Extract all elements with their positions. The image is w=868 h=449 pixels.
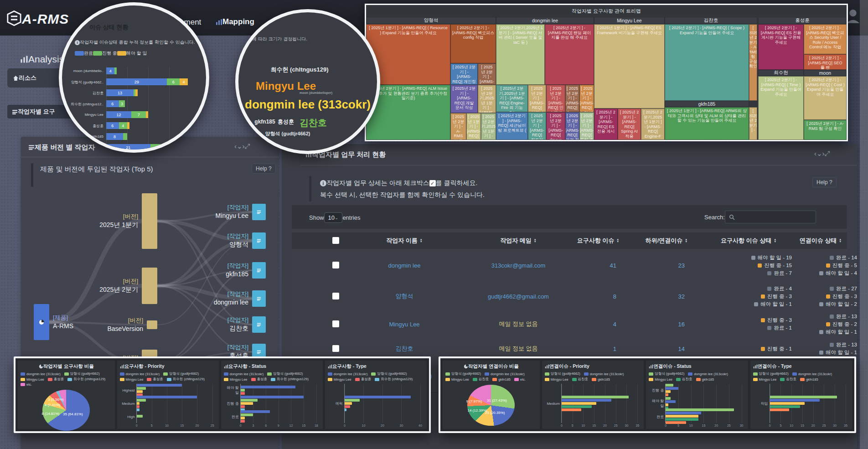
worker-name-cell[interactable]: 양형석 bbox=[359, 282, 450, 311]
treemap-cell[interactable]: [ 2025년 2분기 ] - [ARMS-REQ] 개발 문서 작성 bbox=[450, 85, 478, 113]
version-name: 2025년 1분기 bbox=[99, 221, 138, 228]
column-header[interactable]: 연결이슈 상태▲▼ bbox=[784, 237, 857, 245]
treemap-cell[interactable]: [ 2025년 2분기 ] - [ARMS-REQ] 인스펙션 팀장님들께 시연 bbox=[546, 85, 565, 112]
treemap-cell[interactable]: [ 2025년 2분기 ] - [ARMS-REQ] ES 전용 게시판 기능을… bbox=[758, 24, 804, 70]
worker-tag: [작업자] bbox=[227, 316, 248, 323]
help-button[interactable]: Help ? bbox=[812, 177, 837, 187]
legend-label: 김찬호 bbox=[682, 377, 692, 382]
bar bbox=[137, 405, 140, 408]
treemap-cell[interactable]: [ 2025년 2분기,2025년 1분기 ] - [ARMS-REQ] Eng… bbox=[496, 85, 528, 112]
scrollbar-strip[interactable] bbox=[860, 0, 868, 449]
bar bbox=[770, 396, 837, 398]
treemap-cell[interactable]: [ 2025년 2분기 ] - [ARMS-REQ] ( Cost ) Expa… bbox=[804, 76, 847, 120]
worker-tag: [작업자] bbox=[227, 344, 248, 351]
pie-icon bbox=[39, 364, 43, 369]
expand-icon[interactable]: ⤢ bbox=[825, 150, 830, 159]
gridline bbox=[813, 384, 814, 423]
worker-name-cell[interactable]: dongmin lee bbox=[359, 249, 450, 282]
worker-name-cell[interactable]: Mingyu Lee bbox=[359, 311, 450, 337]
treemap-group-name: 홍성훈 bbox=[795, 17, 810, 24]
pie-shape bbox=[467, 385, 515, 426]
legend-item: Mingyu Lee bbox=[328, 377, 351, 382]
treemap-cell[interactable]: [ 2025년 1분기 ] - [ARMS-REQ] ARMS의 상태와 고객사… bbox=[665, 107, 749, 140]
column-header[interactable]: 요구사항 이슈 상태▲▼ bbox=[705, 237, 792, 245]
treemap-cell[interactable]: [ 2025년 2분기 ] - [ARMS-REQ] SEO 를 랜 bbox=[804, 54, 847, 70]
sort-icon[interactable]: ▲▼ bbox=[616, 238, 619, 243]
legend-label: 완료 bbox=[84, 50, 93, 57]
collapse-icon[interactable]: ⌄ bbox=[237, 142, 243, 151]
sort-icon[interactable]: ▲▼ bbox=[534, 238, 537, 243]
sort-icon[interactable]: ▲▼ bbox=[839, 238, 842, 243]
treemap-cell[interactable]: [ 2025년 1분기 ] - [ARMS-REQ] 백오피스 Security bbox=[466, 113, 481, 140]
treemap-cell[interactable]: [ 2025년 2분기,2025년 1분기 ] - [ARMS-REQ] Eng… bbox=[641, 108, 665, 140]
row-checkbox[interactable] bbox=[332, 293, 339, 299]
req-issue-count: 8 bbox=[613, 293, 616, 300]
treemap-cell[interactable]: [ 2025년 2분기,2025년 1분기 ] - [ARMS-REQ] 데이 bbox=[481, 113, 496, 140]
treemap-cell[interactable]: [ 2025년 2분기,2025년 1분기 ] - [ARMS-REQ] 서버 … bbox=[496, 24, 545, 85]
treemap-cell[interactable]: [ 2025년 1분기 ] - [ARMS-REQ] ES Framework … bbox=[594, 24, 665, 108]
treemap-cell[interactable]: [ 2025년 2분기 ] - A-RMS 팀 구성 확인 bbox=[749, 24, 757, 101]
treemap-cell[interactable]: [ 2025년 2분기 ] - [ARMS-REQ] 랜딩 페이지를 완성 해 … bbox=[545, 24, 594, 85]
bar-segment bbox=[135, 89, 138, 96]
worker-email-cell: 313cokr@gmail.com bbox=[464, 249, 573, 282]
treemap-cell[interactable]: [ 2025년 2분기 ] - [ARMS-REQ] ( Scope ) Exp… bbox=[665, 24, 749, 101]
done-status-icon bbox=[830, 287, 834, 291]
version-tag: [버전] bbox=[123, 213, 138, 220]
treemap-cell[interactable]: [ 2025년 2분기 ] - [ARMS-REQ] dmove 2차 bbox=[565, 85, 579, 112]
treemap-cell[interactable]: [ 2025년 2분기 ] - [ARMS-REQ] A-RMS 와 A-DOC… bbox=[579, 85, 594, 112]
info-icon: i bbox=[75, 40, 80, 45]
treemap-cell[interactable]: [ 2025년 2분기 ] - [ARMS-REQ] 특허 출원 bbox=[579, 112, 594, 140]
row-checkbox[interactable] bbox=[332, 345, 339, 352]
treemap-cell[interactable]: [ 2025년 2분기 ] - [ARMS-REQ] dmove 1차 컨퍼런스… bbox=[546, 112, 565, 140]
axis-tick: 30 bbox=[625, 424, 629, 427]
treemap-cell[interactable]: [ 2025년 2분기 ] - [ARMS-REQ] 컨트리뷰트 2025 Op… bbox=[528, 112, 546, 140]
expand-icon[interactable]: ⤢ bbox=[245, 142, 250, 151]
treemap-cell[interactable]: [ 2025년 2분기 ] - [ARMS-REQ] Spring AI 적용 bbox=[618, 108, 641, 140]
pie-chart: 35 (64.81%)8 (14.81%)4 (7.41%)3 (5.56%) bbox=[42, 388, 90, 432]
row-checkbox[interactable] bbox=[332, 262, 339, 268]
row-checkbox[interactable] bbox=[332, 320, 339, 327]
pie-label: 14 (12.39%) bbox=[467, 408, 487, 412]
collapse-icon[interactable]: ⌄ bbox=[816, 150, 822, 159]
table-toolbar: Show10⌄entriesSearch: bbox=[292, 205, 847, 229]
column-header[interactable]: 하위/연결이슈▲▼ bbox=[637, 237, 696, 245]
treemap-cell-label: [ 2025년 2분기 ] - [ARMS-REQ] ( Cost ) Expa… bbox=[806, 77, 845, 97]
select-all-checkbox[interactable] bbox=[332, 237, 339, 244]
treemap-cell[interactable]: [ 2025년 2분기 ] - A-RMS 팀 구성 확인 bbox=[804, 120, 847, 140]
treemap-cell[interactable]: [ 2025년 2분기 ] - [ARMS-REQ] ( Time ) Expa… bbox=[758, 76, 804, 140]
bar bbox=[666, 384, 673, 387]
treemap-cell[interactable]: [ 2025년 2분기 ] - bbox=[749, 107, 757, 140]
help-button[interactable]: Help ? bbox=[252, 164, 276, 174]
treemap-cell[interactable]: [ 2025년 2분기 ] - [ARMS-REQ] 백오피스 System 작 bbox=[478, 63, 496, 85]
legend-chip bbox=[93, 51, 102, 56]
treemap-cell-label: [ 2025년 2분기 ] - bbox=[749, 108, 757, 133]
page-size-select[interactable]: 10⌄ bbox=[324, 212, 343, 223]
worker-node bbox=[252, 204, 266, 220]
status-label: 완료 - 13 bbox=[836, 313, 857, 320]
treemap-cell[interactable]: [ 2025년 2분기,2025년 1분기 ] - [ARMS-REQ] Eng… bbox=[478, 85, 496, 113]
treemap-cell[interactable]: [ 2025년 2분기 ] - [ARMS-REQ] 백오피스 config 작… bbox=[450, 24, 496, 63]
treemap-cell[interactable]: [ 2025년 2분기 ] - [ARMS-REQ] 개인정보처리방침 페이지 bbox=[450, 63, 478, 85]
gridline bbox=[291, 384, 291, 423]
axis-tick: 30 bbox=[400, 424, 403, 427]
column-header[interactable]: 작업자 메일▲▼ bbox=[468, 237, 568, 245]
sort-icon[interactable]: ▲▼ bbox=[685, 238, 687, 243]
sort-icon[interactable]: ▲▼ bbox=[420, 238, 423, 243]
bar-segment: 6 bbox=[167, 78, 180, 85]
treemap-cell[interactable]: [ 2025년 2분기 ] - [ARMS-REQ] 상열님 설명 bbox=[528, 85, 546, 112]
treemap-cell[interactable]: [ 2025년 2분기 ] - A-RMS 팀 구성 확인 bbox=[450, 113, 466, 140]
treemap-cell[interactable]: [ 2025년 2분기 ] - [ARMS-REQ] ES 전용 게시 bbox=[594, 108, 618, 140]
sort-icon[interactable]: ▲▼ bbox=[774, 238, 776, 243]
treemap-group-header: Mingyu Lee bbox=[594, 17, 665, 24]
treemap-cell[interactable]: [ 2025년 2분기 ] - [ARMS-REQ] 가격 정책 업데이트 bbox=[565, 112, 579, 140]
column-header[interactable]: 작업자 이름▲▼ bbox=[363, 237, 445, 245]
treemap-cell[interactable]: [ 2025년 2분기 ] - [ARMS-REQ] 세근님이랑 프로젝트뷰 ( bbox=[496, 112, 528, 140]
req-issue-count: 1 bbox=[613, 346, 616, 352]
search-input[interactable] bbox=[725, 211, 816, 223]
treemap-cell[interactable]: [ 2025년 2분기 ] - [ARMS-REQ] 백오피스 Security… bbox=[804, 24, 847, 54]
column-header[interactable]: 요구사항 이슈▲▼ bbox=[568, 237, 628, 245]
axis-tick: 10 bbox=[581, 424, 585, 427]
bar-value: 4 bbox=[122, 124, 124, 128]
bar bbox=[241, 413, 253, 416]
worker-tag: [작업자] bbox=[227, 290, 248, 297]
